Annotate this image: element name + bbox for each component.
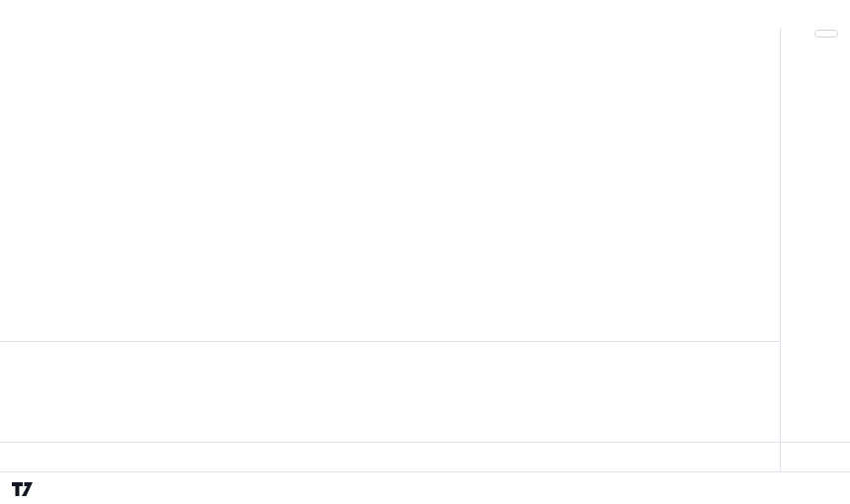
currency-toggle-button[interactable] xyxy=(814,30,838,38)
tradingview-logo-icon xyxy=(12,481,34,497)
symbol-legend[interactable] xyxy=(14,35,48,48)
oscillator-legend[interactable] xyxy=(14,341,775,353)
price-axis-border xyxy=(780,28,781,471)
chart-canvas[interactable] xyxy=(0,0,850,504)
footer-border xyxy=(0,471,850,472)
time-axis-border xyxy=(0,442,850,443)
pane-separator[interactable] xyxy=(0,341,780,342)
tradingview-snapshot xyxy=(0,0,850,504)
tradingview-footer[interactable] xyxy=(12,481,40,497)
sma-legend[interactable] xyxy=(14,51,20,65)
